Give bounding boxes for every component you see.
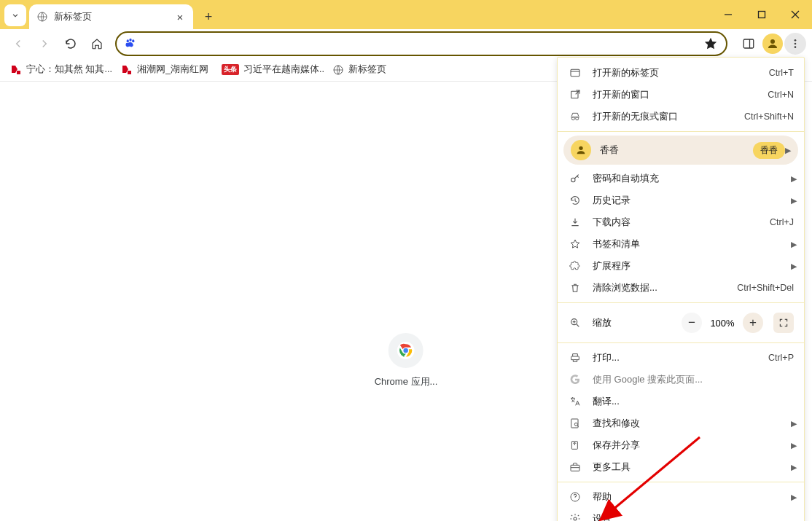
- close-tab-button[interactable]: ×: [174, 11, 186, 23]
- find-icon: [568, 418, 582, 429]
- new-tab-button[interactable]: +: [198, 7, 219, 27]
- menu-label: 密码和自动填充: [593, 172, 794, 185]
- menu-shortcut: Ctrl+J: [770, 217, 794, 227]
- toutiao-badge-icon: 头条: [222, 64, 239, 75]
- menu-label: 扩展程序: [593, 259, 794, 273]
- chevron-right-icon: ▶: [785, 146, 791, 155]
- minimize-button[interactable]: [711, 0, 745, 29]
- chevron-right-icon: ▶: [791, 174, 797, 184]
- menu-shortcut: Ctrl+N: [768, 90, 794, 100]
- titlebar: 新标签页 × +: [0, 0, 812, 29]
- share-icon: [568, 439, 582, 451]
- ntp-shortcut-label: Chrome 应用...: [375, 375, 438, 388]
- browser-tab[interactable]: 新标签页 ×: [29, 4, 193, 29]
- chevron-right-icon: ▶: [791, 441, 797, 450]
- fullscreen-button[interactable]: [773, 313, 794, 333]
- menu-label: 下载内容: [593, 216, 770, 229]
- chrome-menu-button[interactable]: [784, 33, 806, 55]
- bookmark-item[interactable]: 头条 习近平在越南媒体...: [216, 60, 325, 79]
- menu-bookmarks[interactable]: 书签和清单 ▶: [558, 233, 804, 255]
- tab-search-button[interactable]: [4, 4, 26, 26]
- menu-downloads[interactable]: 下载内容 Ctrl+J: [558, 211, 804, 233]
- menu-history[interactable]: 历史记录 ▶: [558, 189, 804, 211]
- star-icon: [568, 238, 582, 250]
- window-controls: [711, 0, 812, 29]
- menu-label: 查找和修改: [593, 417, 794, 430]
- ntp-shortcut[interactable]: Chrome 应用...: [375, 333, 438, 388]
- forward-button[interactable]: [32, 31, 57, 56]
- svg-rect-2: [759, 12, 765, 18]
- menu-find-edit[interactable]: 查找和修改 ▶: [558, 412, 804, 434]
- menu-google-search[interactable]: 使用 Google 搜索此页面...: [558, 369, 804, 391]
- menu-more-tools[interactable]: 更多工具 ▶: [558, 456, 804, 478]
- menu-print[interactable]: 打印... Ctrl+P: [558, 347, 804, 369]
- trash-icon: [568, 282, 582, 294]
- svg-rect-34: [571, 465, 579, 471]
- menu-label: 使用 Google 搜索此页面...: [593, 373, 794, 386]
- menu-shortcut: Ctrl+Shift+N: [744, 111, 794, 122]
- maximize-button[interactable]: [745, 0, 778, 29]
- translate-icon: [568, 396, 582, 407]
- gear-icon: [568, 513, 582, 521]
- menu-help[interactable]: 帮助 ▶: [558, 486, 804, 508]
- menu-new-tab[interactable]: 打开新的标签页 Ctrl+T: [558, 62, 804, 84]
- key-icon: [568, 173, 582, 184]
- bookmark-label: 新标签页: [348, 63, 386, 76]
- profile-name: 香香: [600, 144, 753, 157]
- globe-icon: [332, 64, 344, 76]
- chevron-right-icon: ▶: [791, 240, 797, 249]
- site-icon: [121, 64, 133, 76]
- menu-label: 清除浏览数据...: [593, 281, 737, 294]
- menu-label: 保存并分享: [593, 439, 794, 452]
- svg-point-6: [129, 39, 131, 42]
- menu-profile[interactable]: 香香 香香 ▶: [563, 136, 798, 165]
- svg-line-27: [577, 324, 579, 326]
- google-icon: [568, 374, 582, 385]
- address-input[interactable]: [143, 38, 697, 50]
- chevron-right-icon: ▶: [791, 419, 797, 428]
- menu-shortcut: Ctrl+T: [769, 68, 794, 78]
- menu-save-share[interactable]: 保存并分享 ▶: [558, 434, 804, 456]
- back-button[interactable]: [6, 31, 31, 56]
- menu-settings[interactable]: 设置: [558, 508, 804, 521]
- side-panel-button[interactable]: [736, 31, 761, 56]
- svg-rect-9: [743, 39, 754, 48]
- menu-shortcut: Ctrl+Shift+Del: [737, 283, 794, 293]
- site-icon: [10, 64, 22, 76]
- menu-label: 打印...: [593, 351, 768, 364]
- menu-incognito[interactable]: 打开新的无痕式窗口 Ctrl+Shift+N: [558, 106, 804, 128]
- zoom-value: 100%: [702, 318, 743, 329]
- svg-point-14: [795, 46, 797, 48]
- menu-extensions[interactable]: 扩展程序 ▶: [558, 255, 804, 277]
- menu-passwords[interactable]: 密码和自动填充 ▶: [558, 168, 804, 189]
- download-icon: [568, 216, 582, 228]
- bookmark-label: 宁心：知其然 知其...: [26, 63, 112, 76]
- profile-badge: 香香: [753, 142, 785, 159]
- zoom-label: 缩放: [593, 316, 682, 329]
- chrome-apps-icon: [389, 333, 423, 368]
- puzzle-icon: [568, 260, 582, 272]
- menu-new-window[interactable]: 打开新的窗口 Ctrl+N: [558, 84, 804, 106]
- bookmark-item[interactable]: 新标签页: [327, 60, 392, 79]
- svg-rect-16: [128, 71, 131, 74]
- profile-avatar-button[interactable]: [762, 34, 783, 54]
- menu-label: 翻译...: [593, 395, 794, 408]
- bookmark-item[interactable]: 宁心：知其然 知其...: [4, 60, 114, 79]
- reload-button[interactable]: [58, 31, 83, 56]
- svg-point-11: [770, 39, 775, 44]
- address-bar[interactable]: [115, 31, 727, 56]
- home-button[interactable]: [85, 31, 109, 56]
- zoom-out-button[interactable]: −: [682, 313, 702, 333]
- menu-clear-data[interactable]: 清除浏览数据... Ctrl+Shift+Del: [558, 277, 804, 299]
- menu-translate[interactable]: 翻译...: [558, 391, 804, 412]
- new-window-icon: [568, 89, 582, 101]
- bookmark-item[interactable]: 湘潮网_湖南红网: [115, 60, 214, 79]
- incognito-icon: [568, 111, 582, 122]
- menu-label: 更多工具: [593, 461, 794, 474]
- bookmark-star-icon[interactable]: [703, 36, 719, 52]
- close-window-button[interactable]: [778, 0, 812, 29]
- menu-zoom: 缩放 − 100% +: [558, 307, 804, 339]
- bookmark-label: 湘潮网_湖南红网: [137, 63, 208, 76]
- zoom-in-button[interactable]: +: [743, 313, 763, 333]
- history-icon: [568, 195, 582, 206]
